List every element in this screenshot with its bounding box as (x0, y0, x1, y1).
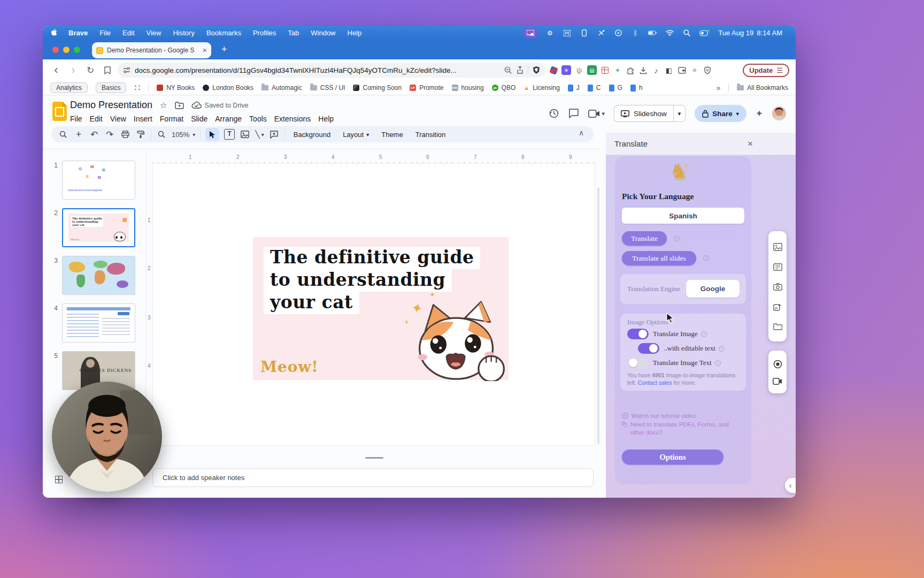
screenshot-tool-icon[interactable] (773, 283, 782, 291)
ext-puzzle-icon[interactable] (626, 65, 635, 75)
wifi-icon[interactable] (665, 29, 674, 37)
webcam-overlay[interactable] (52, 382, 162, 492)
join-call-button[interactable]: ▾ (588, 110, 605, 118)
slides-menu-view[interactable]: View (106, 113, 130, 124)
search-tools-icon[interactable] (58, 131, 68, 139)
tab-close-icon[interactable]: × (203, 46, 207, 55)
slideshow-options-caret[interactable]: ▾ (673, 105, 686, 122)
bookmark-item[interactable]: IHShousing (452, 84, 484, 92)
translate-image-text-help-icon[interactable]: ? (715, 360, 721, 366)
browser-tab[interactable]: Demo Presentation - Google S × (92, 42, 211, 58)
screen-mirroring-icon[interactable] (524, 28, 537, 38)
camera-button-icon[interactable] (773, 378, 782, 385)
menubar-time[interactable]: 8:14 AM (756, 29, 788, 37)
menu-file[interactable]: File (94, 29, 117, 37)
bluetooth-icon[interactable]: ᛒ (631, 29, 640, 37)
panel-close-icon[interactable]: × (748, 139, 753, 149)
vertical-scrollbar[interactable] (597, 187, 599, 444)
apple-menu[interactable] (50, 29, 63, 37)
slide-title-line[interactable]: to understanding (264, 269, 452, 292)
forward-button[interactable]: › (66, 63, 80, 77)
slides-menu-slide[interactable]: Slide (187, 113, 211, 124)
ext-psi-icon[interactable]: ψ (574, 65, 584, 75)
spotlight-search-icon[interactable] (682, 29, 691, 37)
share-page-icon[interactable] (517, 66, 523, 74)
background-button[interactable]: Background (290, 131, 334, 139)
update-browser-button[interactable]: Update☰ (743, 64, 789, 77)
brave-shield-icon[interactable] (533, 66, 540, 74)
bookmark-item[interactable]: Automagic (261, 84, 302, 92)
theme-button[interactable]: Theme (378, 131, 406, 139)
slides-menu-edit[interactable]: Edit (86, 113, 106, 124)
ext-music-icon[interactable]: ♪ (651, 65, 661, 75)
bookmark-item[interactable]: LPPromote (410, 84, 443, 92)
translate-button[interactable]: Translate (622, 231, 667, 246)
ext-purple-app-icon[interactable]: ✳ (561, 65, 571, 75)
slides-menu-arrange[interactable]: Arrange (211, 113, 245, 124)
back-button[interactable]: ‹ (49, 63, 63, 77)
slide-title-line[interactable]: your cat (264, 292, 359, 314)
slide-thumbnail-3[interactable]: 3 (49, 256, 145, 295)
reload-button[interactable]: ↻ (83, 65, 97, 76)
new-tab-button[interactable]: + (221, 44, 227, 55)
slides-app-icon[interactable] (52, 102, 67, 121)
new-slide-plus-icon[interactable]: + (73, 129, 84, 140)
insert-image-tool[interactable] (240, 131, 250, 138)
bookmark-item[interactable]: J (568, 84, 580, 92)
disconnected-icon[interactable] (597, 29, 605, 37)
menubar-date[interactable]: Tue Aug 19 (712, 29, 756, 37)
slides-panel-tool-icon[interactable] (773, 263, 782, 271)
panel-collapse-tab[interactable]: ‹ (785, 478, 796, 493)
bookmark-item[interactable]: h (630, 84, 643, 92)
slides-menu-tools[interactable]: Tools (245, 113, 271, 124)
slide-title-line[interactable]: The definitive guide (264, 247, 480, 269)
device-icon[interactable] (580, 29, 588, 37)
layout-button[interactable]: Layout▾ (339, 131, 373, 139)
print-icon[interactable] (120, 131, 130, 138)
apps-grid-icon[interactable]: ∷ (134, 82, 140, 94)
menu-window[interactable]: Window (305, 29, 341, 37)
translate-docs-link[interactable]: A Need to translate PDFs, Forms, and oth… (622, 421, 740, 437)
editable-text-toggle[interactable] (638, 343, 659, 354)
maximize-window-button[interactable] (74, 47, 80, 53)
slide-thumbnail-1[interactable]: 1 G M B E B Aplicaciones Automagicas (49, 161, 145, 200)
slides-menu-extensions[interactable]: Extensions (271, 113, 314, 124)
account-avatar[interactable] (772, 107, 786, 120)
text-box-tool[interactable]: T (224, 129, 235, 140)
translate-all-slides-button[interactable]: Translate all slides (622, 251, 696, 265)
collapse-toolbar-icon[interactable]: ∧ (579, 128, 584, 137)
slides-menu-file[interactable]: File (66, 113, 86, 124)
select-cursor-tool[interactable] (205, 128, 219, 141)
zoom-icon[interactable] (156, 131, 167, 139)
menu-tab[interactable]: Tab (282, 29, 305, 37)
tutorial-video-link[interactable]: Watch our tutorial video (622, 412, 696, 420)
translate-image-help-icon[interactable]: ? (701, 331, 707, 337)
leo-ai-icon[interactable]: ✧ (690, 65, 699, 75)
bookmark-item[interactable]: London Books (203, 84, 253, 92)
bookmark-item[interactable]: C (588, 84, 601, 92)
window-manager-icon[interactable] (563, 29, 571, 37)
engine-google-button[interactable]: Google (686, 280, 740, 298)
grid-view-icon[interactable] (55, 476, 63, 483)
contact-sales-link[interactable]: Contact sales (638, 379, 672, 386)
redo-icon[interactable]: ↷ (104, 129, 115, 140)
slides-menu-insert[interactable]: Insert (130, 113, 156, 124)
bookmark-analytics[interactable]: Analytics (50, 82, 88, 93)
slide-thumbnail-4[interactable]: 4 (49, 303, 145, 343)
export-image-tool-icon[interactable] (773, 303, 782, 311)
ext-green-sparkle-icon[interactable]: ✦ (613, 65, 622, 75)
undo-icon[interactable]: ↶ (89, 129, 99, 140)
close-window-button[interactable] (52, 47, 59, 53)
settings-gear-icon[interactable]: ⚙ (545, 29, 554, 37)
bookmark-item[interactable]: ▲Licensing (523, 84, 560, 92)
comments-icon[interactable] (568, 108, 579, 119)
url-text[interactable]: docs.google.com/presentation/d/11gGsv4bg… (135, 66, 500, 74)
menu-brave[interactable]: Brave (63, 29, 94, 37)
bookmark-item[interactable]: Coming Soon (353, 84, 402, 92)
gemini-sparkle-icon[interactable]: ✦ (756, 108, 763, 119)
slide-meow-text[interactable]: Meow! (260, 358, 319, 376)
zoom-out-icon[interactable] (504, 66, 512, 74)
saved-status[interactable]: Saved to Drive (191, 102, 249, 109)
slide-image[interactable]: The definitive guide to understanding yo… (253, 237, 509, 380)
battery-icon[interactable] (648, 29, 657, 37)
